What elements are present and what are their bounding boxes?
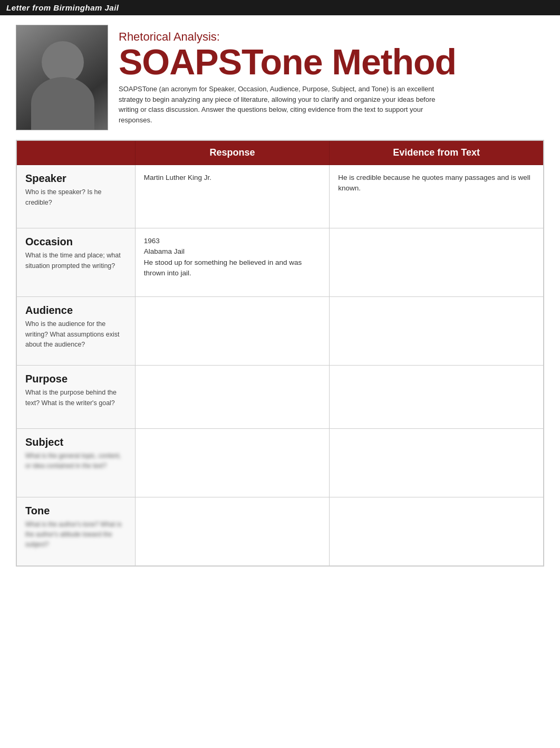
table-row-purpose: PurposeWhat is the purpose behind the te… xyxy=(16,366,544,429)
row-title-tone: Tone xyxy=(25,505,127,517)
row-question-speaker: Who is the speaker? Is he credible? xyxy=(25,188,102,206)
col-header-response: Response xyxy=(135,140,329,165)
row-question-subject: What is the general topic, content, or i… xyxy=(25,452,121,469)
table-header-row: Response Evidence from Text xyxy=(16,140,544,165)
row-title-purpose: Purpose xyxy=(25,373,127,385)
response-cell-audience[interactable] xyxy=(135,297,329,366)
response-cell-speaker[interactable]: Martin Luther King Jr. xyxy=(135,165,329,228)
description-text: SOAPSTone (an acronym for Speaker, Occas… xyxy=(119,84,446,125)
main-title: SOAPSTone Method xyxy=(119,44,544,80)
evidence-cell-purpose[interactable] xyxy=(330,366,544,429)
table-row-occasion: OccasionWhat is the time and place; what… xyxy=(16,228,544,297)
table-row-tone: ToneWhat is the author's tone? What is t… xyxy=(16,497,544,566)
author-photo xyxy=(16,25,108,130)
table-body: SpeakerWho is the speaker? Is he credibl… xyxy=(16,165,544,566)
row-question-occasion: What is the time and place; what situati… xyxy=(25,252,121,270)
response-cell-subject[interactable] xyxy=(135,429,329,497)
title-area: Rhetorical Analysis: SOAPSTone Method SO… xyxy=(119,25,544,125)
soapstone-table-container: Response Evidence from Text SpeakerWho i… xyxy=(0,130,560,582)
col-header-label xyxy=(16,140,135,165)
row-title-audience: Audience xyxy=(25,304,127,317)
document-title: Letter from Birmingham Jail xyxy=(6,3,119,12)
label-cell-speaker: SpeakerWho is the speaker? Is he credibl… xyxy=(16,165,135,228)
label-cell-purpose: PurposeWhat is the purpose behind the te… xyxy=(16,366,135,429)
label-cell-tone: ToneWhat is the author's tone? What is t… xyxy=(16,497,135,566)
response-cell-purpose[interactable] xyxy=(135,366,329,429)
row-title-speaker: Speaker xyxy=(25,172,127,185)
row-title-occasion: Occasion xyxy=(25,236,127,248)
row-question-tone: What is the author's tone? What is the a… xyxy=(25,521,121,548)
label-cell-audience: AudienceWho is the audience for the writ… xyxy=(16,297,135,366)
soapstone-table: Response Evidence from Text SpeakerWho i… xyxy=(16,140,544,567)
evidence-cell-speaker[interactable]: He is credible because he quotes many pa… xyxy=(330,165,544,228)
label-cell-subject: SubjectWhat is the general topic, conten… xyxy=(16,429,135,497)
header-section: Rhetorical Analysis: SOAPSTone Method SO… xyxy=(0,15,560,130)
response-cell-occasion[interactable]: 1963Alabama JailHe stood up for somethin… xyxy=(135,228,329,297)
evidence-cell-audience[interactable] xyxy=(330,297,544,366)
response-cell-tone[interactable] xyxy=(135,497,329,566)
table-row-audience: AudienceWho is the audience for the writ… xyxy=(16,297,544,366)
evidence-cell-subject[interactable] xyxy=(330,429,544,497)
label-cell-occasion: OccasionWhat is the time and place; what… xyxy=(16,228,135,297)
table-row-speaker: SpeakerWho is the speaker? Is he credibl… xyxy=(16,165,544,228)
row-title-subject: Subject xyxy=(25,436,127,448)
col-header-evidence: Evidence from Text xyxy=(330,140,544,165)
evidence-cell-occasion[interactable] xyxy=(330,228,544,297)
table-row-subject: SubjectWhat is the general topic, conten… xyxy=(16,429,544,497)
row-question-purpose: What is the purpose behind the text? Wha… xyxy=(25,389,117,407)
row-question-audience: Who is the audience for the writing? Wha… xyxy=(25,320,120,348)
evidence-cell-tone[interactable] xyxy=(330,497,544,566)
top-bar: Letter from Birmingham Jail xyxy=(0,0,560,15)
